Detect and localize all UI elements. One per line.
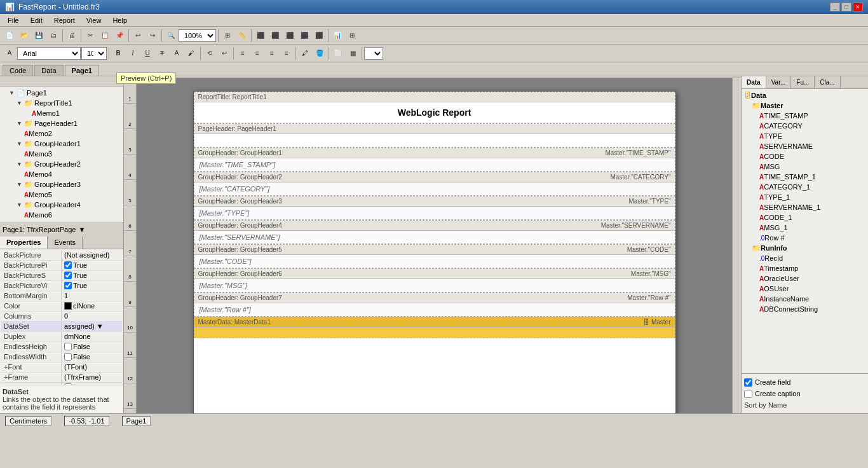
- zoom-out-button[interactable]: 🔍: [164, 29, 178, 43]
- format1[interactable]: A: [3, 46, 17, 60]
- prop-value[interactable]: False: [62, 353, 122, 361]
- canvas-area[interactable]: 1 2 3 4 5 6 7 8 9 10 11 12 13 14 15 16 1: [124, 76, 741, 413]
- copy-button[interactable]: 📋: [98, 29, 112, 43]
- band-content[interactable]: [Master."TIME_STAMP"]: [194, 158, 675, 171]
- preview-button[interactable]: 🖨 Preview (Ctrl+P): [65, 29, 79, 43]
- text-rotate[interactable]: ⟲: [203, 46, 217, 60]
- align-r[interactable]: ⬛: [283, 29, 297, 43]
- tree-item[interactable]: A Memo6: [1, 210, 122, 220]
- tab-events[interactable]: Events: [48, 237, 83, 249]
- expand-icon[interactable]: ▼: [17, 120, 24, 127]
- prop-value[interactable]: False: [62, 343, 122, 350]
- band-content[interactable]: WebLogic Report: [194, 102, 675, 123]
- right-item[interactable]: A TYPE_1: [743, 192, 867, 202]
- right-item-runinfo[interactable]: 📁 RunInfo: [743, 243, 867, 253]
- right-item-data[interactable]: 🗄 Data: [743, 90, 867, 100]
- menu-report[interactable]: Report: [49, 15, 80, 25]
- page-dropdown-icon[interactable]: ▼: [78, 226, 85, 233]
- right-item[interactable]: A CODE: [743, 151, 867, 162]
- band-content[interactable]: [Master."Row #"]: [194, 303, 675, 316]
- title-bar-controls[interactable]: _ □ ✕: [830, 3, 863, 11]
- tab-functions[interactable]: Fu...: [791, 76, 815, 88]
- expand-icon[interactable]: ▼: [9, 90, 17, 96]
- menu-file[interactable]: File: [3, 15, 24, 25]
- create-caption-check[interactable]: Create caption: [744, 388, 865, 399]
- tab-variables[interactable]: Var...: [766, 76, 792, 88]
- undo-button[interactable]: ↩: [131, 29, 145, 43]
- create-field-checkbox[interactable]: [744, 378, 752, 387]
- prop-value[interactable]: assigned) ▼: [62, 322, 122, 330]
- prop-value[interactable]: True: [62, 261, 122, 269]
- save-all-button[interactable]: 🗂: [46, 29, 60, 43]
- prop-value[interactable]: dmNone: [62, 333, 122, 340]
- table-button[interactable]: ⊞: [345, 29, 359, 43]
- vertical-scrollbar[interactable]: [732, 78, 741, 413]
- menu-view[interactable]: View: [81, 15, 107, 25]
- align-l[interactable]: ⬛: [254, 29, 268, 43]
- align-t[interactable]: ⬛: [297, 29, 311, 43]
- ruler-button[interactable]: 📏: [235, 29, 249, 43]
- grid-button[interactable]: ⊞: [220, 29, 234, 43]
- band-content[interactable]: [Master."TYPE"]: [194, 207, 675, 219]
- text-align-r[interactable]: ≡: [265, 46, 279, 60]
- right-item[interactable]: A MSG: [743, 162, 867, 172]
- italic-button[interactable]: I: [126, 46, 140, 60]
- text-align-c[interactable]: ≡: [250, 46, 264, 60]
- tree-item[interactable]: ▼ 📁 ReportTitle1: [1, 98, 122, 108]
- tab-data[interactable]: Data: [34, 65, 63, 76]
- expand-icon[interactable]: ▼: [17, 100, 24, 106]
- tree-item[interactable]: ▼ 📁 GroupHeader4: [1, 200, 122, 210]
- menu-help[interactable]: Help: [107, 15, 132, 25]
- text-align-l[interactable]: ≡: [236, 46, 250, 60]
- right-item[interactable]: .0 Row #: [743, 233, 867, 243]
- prop-value[interactable]: True: [62, 272, 122, 279]
- bold-button[interactable]: B: [111, 46, 125, 60]
- right-item[interactable]: A OracleUser: [743, 273, 867, 284]
- prop-value[interactable]: (TfrxFrame): [62, 373, 122, 381]
- text-justify[interactable]: ≡: [280, 46, 294, 60]
- create-caption-checkbox[interactable]: [744, 390, 752, 398]
- prop-value[interactable]: (Not assigned): [62, 251, 122, 259]
- expand-icon[interactable]: ▼: [17, 202, 24, 208]
- tree-item[interactable]: A Memo4: [1, 169, 122, 179]
- right-item-master[interactable]: 📁 Master: [743, 100, 867, 111]
- right-item[interactable]: A CATEGORY: [743, 121, 867, 131]
- tree-item[interactable]: ▼ 📁 GroupHeader2: [1, 159, 122, 169]
- right-item[interactable]: A SERVERNAME: [743, 141, 867, 151]
- right-item[interactable]: A Timestamp: [743, 263, 867, 273]
- font-name-select[interactable]: Arial: [17, 47, 81, 60]
- align-c[interactable]: ⬛: [268, 29, 282, 43]
- expand-icon[interactable]: ▼: [17, 141, 24, 147]
- frame-btn[interactable]: ⬜: [331, 46, 345, 60]
- num-select[interactable]: 1: [364, 47, 383, 60]
- right-item[interactable]: A SERVERNAME_1: [743, 202, 867, 212]
- strikethrough-button[interactable]: T̶: [155, 46, 169, 60]
- tree-item[interactable]: ▼ 📁 PageHeader1: [1, 118, 122, 128]
- open-button[interactable]: 📂: [17, 29, 31, 43]
- menu-edit[interactable]: Edit: [25, 15, 48, 25]
- maximize-button[interactable]: □: [841, 3, 851, 11]
- sort-by-name[interactable]: Sort by Name: [744, 399, 865, 411]
- frame-all[interactable]: ▦: [346, 46, 360, 60]
- tree-item[interactable]: A Memo3: [1, 149, 122, 159]
- band-content[interactable]: [Master."CODE"]: [194, 255, 675, 268]
- close-button[interactable]: ✕: [853, 3, 863, 11]
- tree-item[interactable]: ▼ 📁 GroupHeader3: [1, 179, 122, 189]
- tree-item[interactable]: ▼ 📄 Page1: [1, 88, 122, 98]
- tab-code[interactable]: Code: [3, 65, 33, 76]
- save-button[interactable]: 💾: [32, 29, 46, 43]
- fill-color[interactable]: 🪣: [313, 46, 327, 60]
- right-item[interactable]: .0 RecId: [743, 253, 867, 263]
- tree-item[interactable]: A Memo1: [1, 108, 122, 118]
- right-item[interactable]: A MSG_1: [743, 223, 867, 233]
- prop-value[interactable]: clNone: [62, 302, 122, 310]
- text-undo[interactable]: ↩: [217, 46, 231, 60]
- tab-properties[interactable]: Properties: [0, 237, 48, 249]
- tree-item[interactable]: ▼ 📁 GroupHeader1: [1, 139, 122, 149]
- new-button[interactable]: 📄: [3, 29, 17, 43]
- right-item[interactable]: A InstanceName: [743, 294, 867, 304]
- band-content[interactable]: [194, 134, 675, 147]
- page-canvas[interactable]: ReportTitle: ReportTitle1 WebLogic Repor…: [137, 78, 732, 413]
- prop-value[interactable]: 1: [62, 292, 122, 299]
- tab-page1[interactable]: Page1: [65, 65, 99, 76]
